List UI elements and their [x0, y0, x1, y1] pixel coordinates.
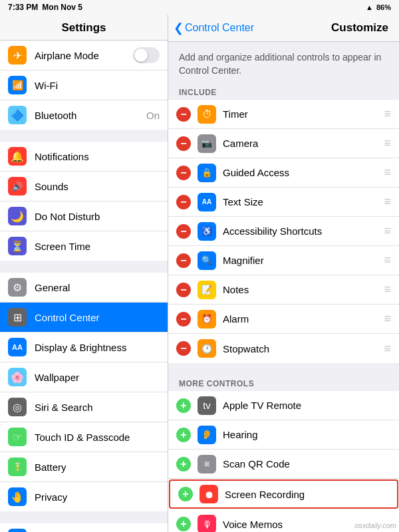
itunes-icon: A [8, 529, 27, 532]
status-bar: 7:33 PM Mon Nov 5 ▲ 86% [0, 0, 399, 15]
include-list: − ⏱ Timer ≡ − 📷 Camera ≡ − 🔒 Guided Acce… [168, 100, 399, 363]
bluetooth-value: On [146, 110, 160, 121]
battery-level: 86% [376, 3, 391, 11]
timer-icon: ⏱ [198, 105, 216, 124]
control-item-appletv: + tv Apple TV Remote [168, 391, 399, 420]
hearing-icon: 👂 [198, 426, 216, 444]
sidebar-item-controlcenter[interactable]: ⊞ Control Center [0, 303, 168, 332]
drag-handle-camera[interactable]: ≡ [384, 136, 391, 150]
scanqr-icon: ⊞ [198, 455, 216, 473]
minus-textsize[interactable]: − [176, 195, 191, 209]
back-label: Control Center [185, 22, 254, 34]
sidebar-sep-3 [0, 511, 168, 523]
sidebar-label-wifi: Wi-Fi [35, 80, 160, 91]
control-item-screenrecording: + ⏺ Screen Recording [169, 479, 398, 509]
drag-handle-alarm[interactable]: ≡ [384, 312, 391, 326]
drag-handle-guidedaccess[interactable]: ≡ [384, 166, 391, 180]
airplane-toggle[interactable] [133, 47, 160, 63]
displaybrightness-icon: AA [8, 338, 27, 356]
drag-handle-accessibility[interactable]: ≡ [384, 224, 391, 238]
notes-icon: 📝 [198, 281, 216, 299]
minus-notes[interactable]: − [176, 283, 191, 297]
voicememos-icon: 🎙 [198, 515, 216, 532]
minus-stopwatch[interactable]: − [176, 341, 191, 356]
control-label-alarm: Alarm [223, 313, 384, 325]
sirisearch-icon: ◎ [8, 398, 27, 416]
minus-camera[interactable]: − [176, 136, 191, 151]
sidebar-item-notifications[interactable]: 🔔 Notifications [0, 142, 168, 172]
drag-handle-textsize[interactable]: ≡ [384, 195, 391, 209]
sidebar-label-notifications: Notifications [35, 151, 160, 162]
sidebar-item-displaybrightness[interactable]: AA Display & Brightness [0, 332, 168, 362]
drag-handle-notes[interactable]: ≡ [384, 283, 391, 297]
sidebar-item-general[interactable]: ⚙ General [0, 273, 168, 303]
minus-alarm[interactable]: − [176, 312, 191, 327]
screentime-icon: ⏳ [8, 237, 27, 255]
stopwatch-icon: 🕐 [198, 339, 216, 358]
plus-hearing[interactable]: + [176, 428, 191, 442]
status-time: 7:33 PM [8, 3, 38, 12]
plus-scanqr[interactable]: + [176, 457, 191, 471]
privacy-icon: 🤚 [8, 487, 27, 506]
description-box: Add and organize additional controls to … [168, 42, 399, 84]
plus-screenrecording[interactable]: + [178, 487, 193, 501]
sidebar-item-donotdisturb[interactable]: 🌙 Do Not Disturb [0, 201, 168, 231]
sidebar-item-privacy[interactable]: 🤚 Privacy [0, 482, 168, 511]
plus-voicememos[interactable]: + [176, 517, 191, 531]
control-item-camera: − 📷 Camera ≡ [168, 129, 399, 158]
minus-accessibility[interactable]: − [176, 224, 191, 239]
minus-timer[interactable]: − [176, 107, 191, 122]
sidebar-item-sounds[interactable]: 🔊 Sounds [0, 172, 168, 201]
control-label-timer: Timer [223, 108, 384, 120]
control-item-textsize: − AA Text Size ≡ [168, 188, 399, 217]
section-gap [168, 363, 399, 375]
airplane-icon: ✈ [8, 46, 27, 65]
sidebar-item-itunes[interactable]: A iTunes & App Store [0, 523, 168, 532]
drag-handle-magnifier[interactable]: ≡ [384, 253, 391, 267]
sidebar-group-4: A iTunes & App Store [0, 523, 168, 532]
control-item-alarm: − ⏰ Alarm ≡ [168, 305, 399, 334]
wallpaper-icon: 🌸 [8, 368, 27, 386]
appletv-icon: tv [198, 396, 216, 415]
sidebar-item-wallpaper[interactable]: 🌸 Wallpaper [0, 362, 168, 392]
control-label-notes: Notes [223, 284, 384, 295]
sidebar-item-battery[interactable]: 🔋 Battery [0, 452, 168, 482]
sidebar-label-touchid: Touch ID & Passcode [35, 432, 160, 443]
drag-handle-stopwatch[interactable]: ≡ [384, 342, 391, 356]
right-panel-title: Customize [331, 21, 388, 35]
control-label-magnifier: Magnifier [223, 255, 384, 266]
sidebar-group-1: ✈ Airplane Mode 📶 Wi-Fi 🔷 Bluetooth On [0, 41, 168, 130]
alarm-icon: ⏰ [198, 310, 216, 329]
plus-appletv[interactable]: + [176, 398, 191, 413]
controlcenter-icon: ⊞ [8, 308, 27, 327]
minus-guidedaccess[interactable]: − [176, 166, 191, 180]
sidebar-item-screentime[interactable]: ⏳ Screen Time [0, 231, 168, 261]
back-chevron-icon: ❮ [174, 22, 184, 34]
control-item-magnifier: − 🔍 Magnifier ≡ [168, 246, 399, 275]
sidebar-item-sirisearch[interactable]: ◎ Siri & Search [0, 392, 168, 422]
sidebar-label-battery: Battery [35, 462, 160, 473]
sidebar-title: Settings [0, 15, 168, 41]
right-content: Add and organize additional controls to … [168, 42, 399, 532]
sidebar-item-bluetooth[interactable]: 🔷 Bluetooth On [0, 100, 168, 130]
minus-magnifier[interactable]: − [176, 253, 191, 268]
control-label-hearing: Hearing [223, 429, 391, 440]
sidebar-sep-1 [0, 130, 168, 142]
drag-handle-timer[interactable]: ≡ [384, 107, 391, 121]
accessibility-icon: ♿ [198, 222, 216, 241]
control-item-timer: − ⏱ Timer ≡ [168, 100, 399, 129]
sidebar-item-airplane[interactable]: ✈ Airplane Mode [0, 41, 168, 70]
sidebar-item-touchid[interactable]: ☞ Touch ID & Passcode [0, 422, 168, 452]
status-day: Mon Nov 5 [42, 3, 82, 12]
sounds-icon: 🔊 [8, 177, 27, 196]
touchid-icon: ☞ [8, 428, 27, 446]
sidebar-label-wallpaper: Wallpaper [35, 372, 160, 383]
control-item-notes: − 📝 Notes ≡ [168, 275, 399, 305]
control-item-scanqr: + ⊞ Scan QR Code [168, 450, 399, 479]
back-button[interactable]: ❮ Control Center [174, 22, 254, 34]
camera-icon: 📷 [198, 134, 216, 153]
sidebar-label-sounds: Sounds [35, 181, 160, 192]
sidebar-item-wifi[interactable]: 📶 Wi-Fi [0, 70, 168, 100]
textsize-icon: AA [198, 193, 216, 211]
right-header: ❮ Control Center Customize [168, 15, 399, 42]
